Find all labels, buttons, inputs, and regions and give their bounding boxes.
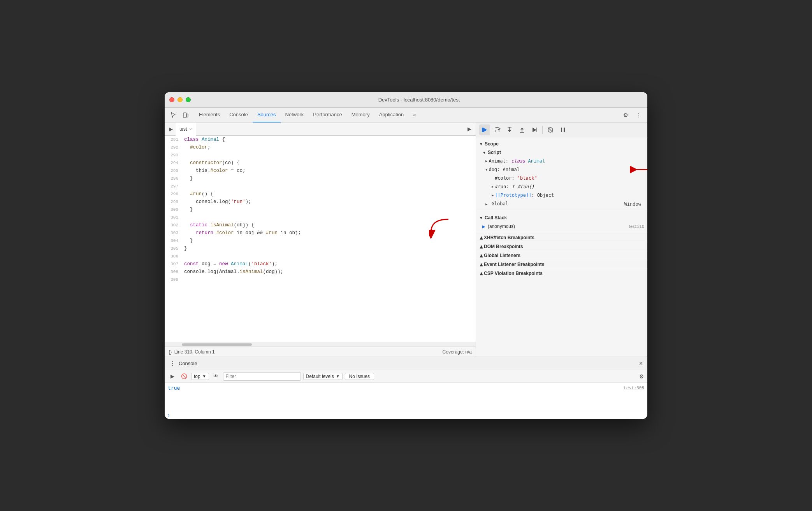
call-stack-section: ▼ Call Stack ▶ (anonymous) test:310 bbox=[476, 211, 647, 233]
tab-console[interactable]: Console bbox=[225, 108, 253, 122]
console-header: ⋮ Console × bbox=[165, 357, 647, 370]
scope-item-run[interactable]: ▶ #run: f #run() bbox=[476, 182, 647, 191]
format-icon[interactable]: {} bbox=[169, 349, 172, 355]
editor-tab-test[interactable]: test × bbox=[176, 122, 196, 136]
console-filter-input[interactable] bbox=[223, 372, 301, 381]
editor-play-button[interactable]: ▶ bbox=[465, 124, 474, 134]
minimize-button[interactable] bbox=[178, 97, 183, 102]
scope-section: ▼ Scope ▼ Script ▶ Animal: class Animal bbox=[476, 137, 647, 211]
scope-label: Scope bbox=[485, 141, 499, 147]
tab-more[interactable]: » bbox=[408, 108, 420, 122]
scope-header[interactable]: ▼ Scope bbox=[476, 140, 647, 148]
code-line-304[interactable]: 304 } bbox=[165, 237, 476, 245]
console-close-button[interactable]: × bbox=[638, 360, 644, 367]
dom-label: DOM Breakpoints bbox=[484, 244, 523, 249]
code-line-291[interactable]: 291 class Animal { bbox=[165, 136, 476, 144]
step-out-button[interactable] bbox=[517, 124, 527, 135]
more-options-icon[interactable]: ⋮ bbox=[633, 110, 644, 121]
code-line-300[interactable]: 300 } bbox=[165, 206, 476, 214]
scope-item-global[interactable]: ▶ Global Window bbox=[476, 200, 647, 208]
dom-breakpoints-header[interactable]: ▶ DOM Breakpoints bbox=[476, 242, 647, 251]
code-line-305[interactable]: 305 } bbox=[165, 245, 476, 252]
xhr-breakpoints-header[interactable]: ▶ XHR/fetch Breakpoints bbox=[476, 233, 647, 242]
close-button[interactable] bbox=[169, 97, 174, 102]
console-source-link[interactable]: test:308 bbox=[624, 385, 644, 390]
console-output: true test:308 bbox=[165, 383, 647, 411]
code-line-302[interactable]: 302 static isAnimal(obj) { bbox=[165, 221, 476, 229]
global-listeners-header[interactable]: ▶ Global Listeners bbox=[476, 251, 647, 260]
deactivate-breakpoints-button[interactable] bbox=[545, 124, 556, 135]
call-stack-header[interactable]: ▼ Call Stack bbox=[476, 214, 647, 222]
code-line-303[interactable]: 303 return #color in obj && #run in obj; bbox=[165, 229, 476, 237]
script-header[interactable]: ▼ Script bbox=[476, 148, 647, 157]
code-line-309[interactable]: 309 bbox=[165, 276, 476, 284]
fullscreen-button[interactable] bbox=[186, 97, 191, 102]
console-levels-dropdown[interactable]: Default levels ▼ bbox=[303, 373, 343, 380]
svg-rect-17 bbox=[564, 128, 565, 132]
main-content: ▶ test × ▶ 291 class Animal { bbox=[165, 122, 647, 357]
pause-on-exceptions-button[interactable] bbox=[557, 124, 568, 135]
tab-memory[interactable]: Memory bbox=[347, 108, 374, 122]
levels-label: Default levels bbox=[306, 374, 334, 379]
scroll-thumb bbox=[182, 343, 252, 346]
resume-button[interactable] bbox=[479, 124, 490, 135]
code-line-307[interactable]: 307 const dog = new Animal('black'); bbox=[165, 260, 476, 268]
tab-sources[interactable]: Sources bbox=[253, 108, 281, 122]
console-eye-icon[interactable]: 👁 bbox=[211, 372, 221, 381]
code-line-294[interactable]: 294 constructor(co) { bbox=[165, 159, 476, 167]
code-line-306[interactable]: 306 bbox=[165, 252, 476, 260]
no-issues-button[interactable]: No Issues bbox=[345, 373, 374, 380]
scope-item-color[interactable]: #color: "black" bbox=[476, 174, 647, 182]
tab-performance[interactable]: Performance bbox=[308, 108, 346, 122]
code-line-299[interactable]: 299 console.log('run'); bbox=[165, 198, 476, 206]
scope-item-animal[interactable]: ▶ Animal: class Animal bbox=[476, 157, 647, 165]
scope-item-dog[interactable]: ▼ dog: Animal bbox=[476, 165, 647, 174]
step-over-button[interactable] bbox=[492, 124, 503, 135]
collapse-icon-global: ▶ bbox=[485, 202, 487, 206]
csp-label: CSP Violation Breakpoints bbox=[484, 271, 543, 276]
editor-status-bar: {} Line 310, Column 1 Coverage: n/a bbox=[165, 346, 476, 357]
cursor-position: Line 310, Column 1 bbox=[174, 349, 215, 355]
devtools-nav-icons bbox=[168, 110, 191, 121]
traffic-lights bbox=[169, 97, 191, 102]
frame-location[interactable]: test:310 bbox=[629, 224, 644, 229]
svg-marker-2 bbox=[483, 128, 487, 132]
console-options-button[interactable]: ⋮ bbox=[168, 359, 177, 368]
console-context-selector[interactable]: top ▼ bbox=[191, 373, 209, 380]
tab-elements[interactable]: Elements bbox=[194, 108, 225, 122]
code-line-301[interactable]: 301 bbox=[165, 214, 476, 221]
window-title: DevTools - localhost:8080/demo/test bbox=[195, 97, 643, 103]
close-tab-button[interactable]: × bbox=[189, 127, 192, 131]
event-listener-header[interactable]: ▶ Event Listener Breakpoints bbox=[476, 260, 647, 269]
console-title: Console bbox=[179, 360, 197, 366]
step-into-button[interactable] bbox=[504, 124, 515, 135]
code-line-296[interactable]: 296 } bbox=[165, 175, 476, 182]
console-panel: ⋮ Console × ▶ 🚫 top ▼ 👁 Default levels ▼ bbox=[165, 357, 647, 419]
scope-item-prototype[interactable]: ▶ [[Prototype]]: Object bbox=[476, 191, 647, 200]
code-line-298[interactable]: 298 #run() { bbox=[165, 190, 476, 198]
tab-application[interactable]: Application bbox=[374, 108, 409, 122]
code-line-293[interactable]: 293 bbox=[165, 151, 476, 159]
console-clear-icon[interactable]: 🚫 bbox=[179, 372, 189, 381]
step-button[interactable] bbox=[529, 124, 540, 135]
code-line-292[interactable]: 292 #color; bbox=[165, 144, 476, 151]
devtools-settings: ⚙ ⋮ bbox=[620, 110, 644, 121]
cursor-icon[interactable] bbox=[168, 110, 179, 121]
code-line-297[interactable]: 297 bbox=[165, 182, 476, 190]
console-run-icon[interactable]: ▶ bbox=[168, 372, 177, 381]
global-value: Window bbox=[624, 201, 641, 208]
dom-breakpoints: ▶ DOM Breakpoints bbox=[476, 242, 647, 251]
call-stack-item-anonymous[interactable]: ▶ (anonymous) test:310 bbox=[476, 222, 647, 231]
tab-network[interactable]: Network bbox=[281, 108, 309, 122]
csp-header[interactable]: ▶ CSP Violation Breakpoints bbox=[476, 269, 647, 278]
svg-marker-7 bbox=[508, 130, 511, 132]
run-snippet-icon[interactable]: ▶ bbox=[166, 124, 176, 134]
xhr-triangle: ▶ bbox=[479, 236, 483, 239]
code-line-308[interactable]: 308 console.log(Animal.isAnimal(dog)); bbox=[165, 268, 476, 276]
code-line-295[interactable]: 295 this.#color = co; bbox=[165, 167, 476, 175]
console-settings-icon[interactable]: ⚙ bbox=[639, 373, 644, 380]
code-scrollbar[interactable] bbox=[165, 342, 476, 346]
device-icon[interactable] bbox=[180, 110, 191, 121]
devtools-window: DevTools - localhost:8080/demo/test Elem… bbox=[165, 92, 647, 419]
settings-icon[interactable]: ⚙ bbox=[620, 110, 631, 121]
